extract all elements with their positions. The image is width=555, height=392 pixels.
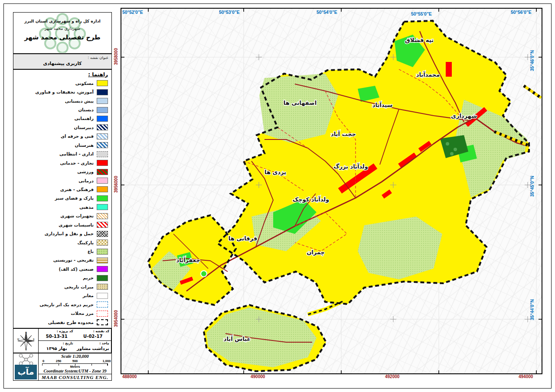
compass-cell: N W E S bbox=[13, 329, 39, 353]
neighborhood-label: جعفرآباد bbox=[176, 256, 200, 263]
legend-item: دبیرستان bbox=[15, 123, 108, 132]
lon-label-1: 50°53'0"E bbox=[219, 10, 240, 15]
legend-chip-art-school bbox=[97, 142, 108, 148]
legend-chip-urban-facilities bbox=[97, 222, 108, 228]
svg-text:N: N bbox=[25, 331, 27, 334]
legend-item: ورزشی bbox=[15, 167, 108, 176]
legend-chip-tourism bbox=[97, 257, 108, 263]
neighborhood-label: سیدآباد bbox=[372, 101, 393, 108]
legend-chip-roads bbox=[97, 293, 108, 299]
legend-item-label: هنرستان bbox=[75, 143, 94, 148]
neighborhood-label: اصفهانی ها bbox=[284, 100, 317, 106]
scale-tick-0: 0 bbox=[42, 359, 44, 363]
legend-item: راهنمایی bbox=[15, 114, 108, 123]
legend-item: هنرستان bbox=[15, 141, 108, 149]
legend-item-label: تجهیزات شهری bbox=[60, 214, 94, 218]
legend-item-label: مذهبی bbox=[79, 205, 94, 210]
legend-chip-admin bbox=[97, 151, 108, 157]
legend-item-label: محدوده طرح تفصیلی bbox=[48, 320, 94, 325]
legend-item-label: دبستان bbox=[78, 107, 94, 112]
date-value: بهار ۱۳۹۵ bbox=[39, 346, 75, 351]
legend-chip-technical bbox=[97, 133, 108, 139]
legend-item: درمانی bbox=[15, 176, 108, 185]
legend-item-label: دبیرستان bbox=[74, 125, 94, 130]
neighborhood-label: عباس آباد bbox=[224, 335, 251, 342]
legend-item: مرز محلات bbox=[15, 309, 108, 317]
legend-chip-religious bbox=[97, 204, 108, 210]
lat-label-2: 35°44'0"N bbox=[529, 299, 535, 320]
legend-item: میراث تاریخی bbox=[15, 282, 108, 291]
lon-label-3: 50°55'0"E bbox=[411, 11, 432, 16]
scale-unit: Meters bbox=[70, 365, 80, 368]
maab-logo: مآب bbox=[15, 365, 37, 379]
legend-item: معابر bbox=[15, 292, 108, 300]
legend-item-label: پارکینگ bbox=[78, 240, 94, 245]
neighborhood-label: ولدآباد بزرگ bbox=[333, 163, 368, 170]
neighborhood-label: حجت آباد bbox=[331, 130, 356, 137]
neighborhood-label: چمران bbox=[307, 249, 325, 256]
legend-chip-commercial bbox=[97, 160, 108, 166]
legend-chip-medical bbox=[97, 178, 108, 184]
company-name: MAAB CONSULTING ENG. bbox=[39, 374, 111, 380]
legend-list: مسکونی آموزش، تحقیقات و فناوری پیش دبستا… bbox=[15, 79, 108, 327]
scale-tick-500: 500 bbox=[72, 359, 78, 363]
legend-chip-park bbox=[97, 195, 108, 201]
legend-item: پارک و فضای سبز bbox=[15, 194, 108, 203]
svg-text:S: S bbox=[25, 348, 27, 351]
coordinate-system: Coordinate System:UTM - Zone 39 bbox=[39, 369, 111, 373]
lon-label-0: 50°52'0"E bbox=[122, 10, 143, 15]
legend-item-label: میراث تاریخی bbox=[64, 285, 94, 289]
legend-item-label: مسکونی bbox=[75, 81, 94, 86]
easting-label-2: 492000 bbox=[385, 374, 399, 379]
scale-block: مآب Scale 1:20,000 0 250 500 1,000 Meter… bbox=[13, 353, 112, 381]
legend-chip-primary-school bbox=[97, 107, 108, 113]
title-block: اداره کل راه و شهرسازی استان البرز شهردا… bbox=[13, 12, 112, 54]
scale-bar: 0 250 500 1,000 Meters bbox=[42, 359, 108, 369]
lon-label-2: 50°54'0"E bbox=[317, 10, 337, 15]
neighborhood-label: ولدآباد کوچک bbox=[293, 196, 329, 203]
neighborhood-label: یزدی ها bbox=[264, 169, 286, 175]
map-code-label: کد نقشه : bbox=[93, 329, 109, 333]
easting-label-3: 494000 bbox=[519, 374, 533, 379]
plan-title: طرح تفصیلی محمد شهر bbox=[13, 34, 111, 41]
northing-label-0: 3958000 bbox=[114, 48, 118, 65]
legend-item-label: حریم bbox=[83, 275, 94, 280]
legend-item-label: مرز محلات bbox=[71, 311, 94, 316]
legend-item: صنعتی (کد الف) bbox=[15, 265, 108, 273]
source-label: ماخذ : bbox=[99, 341, 109, 345]
legend-item-label: باغ bbox=[88, 249, 94, 254]
map-title-box: عنوان نقشه : کاربری پیشنهادی bbox=[13, 54, 112, 69]
easting-label-0: 488000 bbox=[122, 374, 137, 379]
source-value: برداشت مشاور bbox=[75, 346, 111, 351]
info-table: N W E S کد پروژه : 50-13-31 کد نقشه : U-… bbox=[13, 328, 112, 353]
org-name: اداره کل راه و شهرسازی استان البرز bbox=[13, 19, 111, 23]
legend-chip-industrial bbox=[97, 266, 108, 272]
legend-item-label: پارک و فضای سبز bbox=[55, 196, 94, 201]
legend-chip-urban-equipment bbox=[97, 213, 108, 219]
legend-item-label: راهنمایی bbox=[74, 116, 94, 121]
northing-label-1: 3956000 bbox=[114, 176, 118, 193]
legend: راهنما : مسکونی آموزش، تحقیقات و فناوری … bbox=[13, 69, 112, 328]
legend-chip-edu-research bbox=[97, 89, 108, 95]
legend-item: پارکینگ bbox=[15, 238, 108, 247]
map-code-cell: کد نقشه : U-02-17 bbox=[75, 329, 112, 340]
project-code-value: 50-13-31 bbox=[39, 334, 75, 339]
legend-title: راهنما : bbox=[15, 71, 108, 78]
northing-label-2: 3954000 bbox=[114, 310, 118, 327]
legend-item: دبستان bbox=[15, 105, 108, 114]
legend-item: فرهنگی - هنری bbox=[15, 185, 108, 194]
legend-item-label: حریم درجه یک اثر تاریخی bbox=[39, 302, 94, 307]
map-code-value: U-02-17 bbox=[75, 334, 111, 339]
svg-text:W: W bbox=[17, 338, 19, 340]
legend-chip-neighborhood-border bbox=[97, 311, 108, 317]
maab-logo-cell: مآب bbox=[13, 353, 39, 380]
legend-item-label: فنی و حرفه ای bbox=[61, 134, 94, 139]
legend-item: تجاری - خدماتی bbox=[15, 159, 108, 167]
map-frame: تپه قشلاقمحمدآبادسیدآبادشهرداریاصفهانی ه… bbox=[121, 8, 542, 374]
legend-item: فنی و حرفه ای bbox=[15, 132, 108, 141]
legend-item: تجهیزات شهری bbox=[15, 212, 108, 220]
legend-chip-preschool bbox=[97, 98, 108, 104]
legend-item: تفریحی - توریستی bbox=[15, 256, 108, 265]
date-label: تاریخ : bbox=[63, 341, 73, 345]
legend-item-label: تجاری - خدماتی bbox=[60, 161, 94, 165]
